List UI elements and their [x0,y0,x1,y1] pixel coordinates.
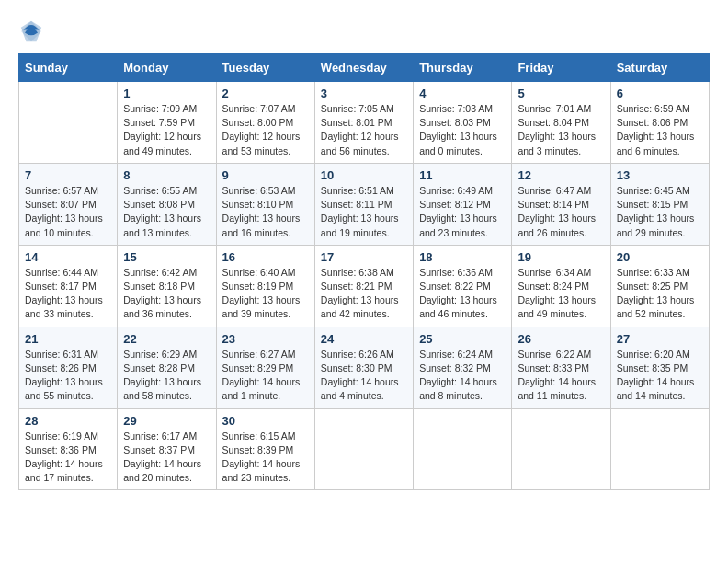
day-info: Sunrise: 6:24 AMSunset: 8:32 PMDaylight:… [419,348,506,404]
day-info: Sunrise: 6:33 AMSunset: 8:25 PMDaylight:… [617,266,703,322]
calendar-cell: 17Sunrise: 6:38 AMSunset: 8:21 PMDayligh… [314,245,413,327]
calendar-cell [314,408,413,490]
page-header [18,18,710,44]
day-number: 15 [123,250,210,264]
day-info: Sunrise: 6:19 AMSunset: 8:36 PMDaylight:… [25,430,111,486]
day-info: Sunrise: 6:34 AMSunset: 8:24 PMDaylight:… [518,266,604,322]
calendar-cell: 28Sunrise: 6:19 AMSunset: 8:36 PMDayligh… [19,408,118,490]
day-number: 5 [518,86,604,100]
day-info: Sunrise: 6:22 AMSunset: 8:33 PMDaylight:… [518,348,604,404]
calendar-cell: 16Sunrise: 6:40 AMSunset: 8:19 PMDayligh… [216,245,314,327]
day-number: 23 [222,332,309,346]
day-number: 30 [222,414,309,428]
day-number: 11 [419,168,506,182]
day-number: 13 [617,168,703,182]
day-number: 16 [222,250,309,264]
calendar-cell: 29Sunrise: 6:17 AMSunset: 8:37 PMDayligh… [118,408,216,490]
day-info: Sunrise: 6:40 AMSunset: 8:19 PMDaylight:… [222,266,309,322]
calendar-cell [414,408,512,490]
day-info: Sunrise: 7:09 AMSunset: 7:59 PMDaylight:… [123,102,210,158]
day-number: 24 [321,332,407,346]
day-info: Sunrise: 6:26 AMSunset: 8:30 PMDaylight:… [321,348,407,404]
weekday-header-friday: Friday [512,54,610,82]
calendar-cell: 20Sunrise: 6:33 AMSunset: 8:25 PMDayligh… [610,245,709,327]
calendar-cell: 27Sunrise: 6:20 AMSunset: 8:35 PMDayligh… [610,327,709,408]
calendar-cell: 26Sunrise: 6:22 AMSunset: 8:33 PMDayligh… [512,327,610,408]
calendar-cell [512,408,610,490]
day-info: Sunrise: 6:27 AMSunset: 8:29 PMDaylight:… [222,348,309,404]
day-info: Sunrise: 6:38 AMSunset: 8:21 PMDaylight:… [321,266,407,322]
day-info: Sunrise: 6:49 AMSunset: 8:12 PMDaylight:… [419,184,506,240]
day-number: 1 [123,86,210,100]
logo [18,18,48,44]
calendar-cell: 13Sunrise: 6:45 AMSunset: 8:15 PMDayligh… [610,163,709,245]
weekday-header-saturday: Saturday [610,54,709,82]
calendar-cell: 25Sunrise: 6:24 AMSunset: 8:32 PMDayligh… [414,327,512,408]
day-info: Sunrise: 6:42 AMSunset: 8:18 PMDaylight:… [123,266,210,322]
day-number: 8 [123,168,210,182]
day-info: Sunrise: 6:55 AMSunset: 8:08 PMDaylight:… [123,184,210,240]
weekday-header-sunday: Sunday [19,54,118,82]
day-number: 19 [518,250,604,264]
day-info: Sunrise: 6:57 AMSunset: 8:07 PMDaylight:… [25,184,111,240]
logo-icon [18,18,44,44]
day-info: Sunrise: 6:29 AMSunset: 8:28 PMDaylight:… [123,348,210,404]
day-info: Sunrise: 7:03 AMSunset: 8:03 PMDaylight:… [419,102,506,158]
week-row-2: 7Sunrise: 6:57 AMSunset: 8:07 PMDaylight… [19,163,710,245]
calendar-cell: 24Sunrise: 6:26 AMSunset: 8:30 PMDayligh… [314,327,413,408]
day-number: 20 [617,250,703,264]
calendar-cell: 5Sunrise: 7:01 AMSunset: 8:04 PMDaylight… [512,82,610,164]
weekday-header-thursday: Thursday [414,54,512,82]
calendar-table: SundayMondayTuesdayWednesdayThursdayFrid… [18,53,710,490]
calendar-cell: 23Sunrise: 6:27 AMSunset: 8:29 PMDayligh… [216,327,314,408]
day-number: 10 [321,168,407,182]
day-number: 29 [123,414,210,428]
day-number: 14 [25,250,111,264]
calendar-cell: 2Sunrise: 7:07 AMSunset: 8:00 PMDaylight… [216,82,314,164]
calendar-cell: 10Sunrise: 6:51 AMSunset: 8:11 PMDayligh… [314,163,413,245]
day-number: 3 [321,86,407,100]
day-info: Sunrise: 7:07 AMSunset: 8:00 PMDaylight:… [222,102,309,158]
calendar-cell: 4Sunrise: 7:03 AMSunset: 8:03 PMDaylight… [414,82,512,164]
day-number: 27 [617,332,703,346]
day-info: Sunrise: 6:15 AMSunset: 8:39 PMDaylight:… [222,430,309,486]
calendar-cell [610,408,709,490]
calendar-cell: 15Sunrise: 6:42 AMSunset: 8:18 PMDayligh… [118,245,216,327]
day-number: 28 [25,414,111,428]
calendar-cell: 12Sunrise: 6:47 AMSunset: 8:14 PMDayligh… [512,163,610,245]
day-number: 22 [123,332,210,346]
calendar-cell: 8Sunrise: 6:55 AMSunset: 8:08 PMDaylight… [118,163,216,245]
day-info: Sunrise: 6:53 AMSunset: 8:10 PMDaylight:… [222,184,309,240]
calendar-cell: 3Sunrise: 7:05 AMSunset: 8:01 PMDaylight… [314,82,413,164]
weekday-header-row: SundayMondayTuesdayWednesdayThursdayFrid… [19,54,710,82]
day-number: 2 [222,86,309,100]
week-row-1: 1Sunrise: 7:09 AMSunset: 7:59 PMDaylight… [19,82,710,164]
calendar-cell: 1Sunrise: 7:09 AMSunset: 7:59 PMDaylight… [118,82,216,164]
day-number: 9 [222,168,309,182]
calendar-cell: 18Sunrise: 6:36 AMSunset: 8:22 PMDayligh… [414,245,512,327]
day-number: 7 [25,168,111,182]
day-number: 21 [25,332,111,346]
day-number: 12 [518,168,604,182]
weekday-header-tuesday: Tuesday [216,54,314,82]
day-number: 26 [518,332,604,346]
day-info: Sunrise: 7:01 AMSunset: 8:04 PMDaylight:… [518,102,604,158]
weekday-header-wednesday: Wednesday [314,54,413,82]
calendar-cell: 21Sunrise: 6:31 AMSunset: 8:26 PMDayligh… [19,327,118,408]
day-info: Sunrise: 6:47 AMSunset: 8:14 PMDaylight:… [518,184,604,240]
day-number: 18 [419,250,506,264]
calendar-cell: 7Sunrise: 6:57 AMSunset: 8:07 PMDaylight… [19,163,118,245]
week-row-5: 28Sunrise: 6:19 AMSunset: 8:36 PMDayligh… [19,408,710,490]
weekday-header-monday: Monday [118,54,216,82]
calendar-cell: 22Sunrise: 6:29 AMSunset: 8:28 PMDayligh… [118,327,216,408]
calendar-cell: 19Sunrise: 6:34 AMSunset: 8:24 PMDayligh… [512,245,610,327]
calendar-cell: 14Sunrise: 6:44 AMSunset: 8:17 PMDayligh… [19,245,118,327]
day-info: Sunrise: 6:20 AMSunset: 8:35 PMDaylight:… [617,348,703,404]
day-info: Sunrise: 6:51 AMSunset: 8:11 PMDaylight:… [321,184,407,240]
day-number: 25 [419,332,506,346]
day-info: Sunrise: 6:44 AMSunset: 8:17 PMDaylight:… [25,266,111,322]
day-info: Sunrise: 6:31 AMSunset: 8:26 PMDaylight:… [25,348,111,404]
day-info: Sunrise: 7:05 AMSunset: 8:01 PMDaylight:… [321,102,407,158]
calendar-cell: 9Sunrise: 6:53 AMSunset: 8:10 PMDaylight… [216,163,314,245]
calendar-cell: 6Sunrise: 6:59 AMSunset: 8:06 PMDaylight… [610,82,709,164]
